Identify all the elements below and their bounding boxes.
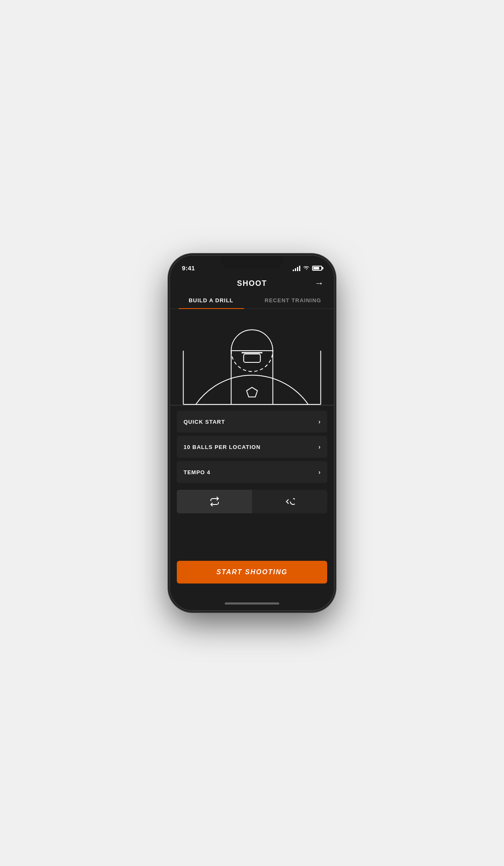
tempo-option[interactable]: TEMPO 4 › (177, 461, 327, 483)
home-bar (225, 602, 279, 605)
wifi-icon (303, 265, 310, 272)
tab-build-a-drill[interactable]: BUILD A DRILL (170, 292, 252, 309)
svg-rect-3 (231, 351, 273, 404)
battery-icon (312, 266, 322, 271)
phone-device: 9:41 SHOOT (170, 256, 334, 610)
undo-toggle[interactable] (252, 490, 327, 513)
options-list: QUICK START › 10 BALLS PER LOCATION › TE… (170, 411, 334, 486)
signal-icon (293, 266, 300, 271)
tempo-chevron: › (318, 469, 320, 475)
tabs-container: BUILD A DRILL RECENT TRAINING (170, 292, 334, 309)
svg-rect-5 (244, 354, 260, 362)
tempo-label: TEMPO 4 (184, 469, 210, 475)
status-icons (293, 265, 322, 272)
header-arrow-button[interactable]: → (315, 278, 324, 289)
quick-start-option[interactable]: QUICK START › (177, 411, 327, 433)
repeat-toggle[interactable] (177, 490, 252, 513)
spacer (170, 513, 334, 561)
start-shooting-button[interactable]: START SHOOTING (177, 561, 327, 583)
balls-per-location-chevron: › (318, 444, 320, 450)
quick-start-label: QUICK START (184, 419, 225, 425)
quick-start-chevron: › (318, 418, 320, 425)
undo-icon (285, 496, 295, 507)
header: SHOOT → (170, 274, 334, 292)
app-content: SHOOT → BUILD A DRILL RECENT TRAINING (170, 274, 334, 610)
balls-per-location-option[interactable]: 10 BALLS PER LOCATION › (177, 436, 327, 458)
court-area (170, 309, 334, 406)
home-indicator (170, 596, 334, 610)
header-title: SHOOT (237, 279, 267, 288)
repeat-icon (210, 496, 220, 507)
battery-fill (313, 267, 319, 269)
balls-per-location-label: 10 BALLS PER LOCATION (184, 444, 260, 450)
court-svg (170, 309, 334, 405)
toggle-row (177, 490, 327, 513)
svg-marker-6 (247, 387, 257, 397)
phone-screen: 9:41 SHOOT (170, 256, 334, 610)
tab-recent-training[interactable]: RECENT TRAINING (252, 292, 334, 309)
status-time: 9:41 (182, 264, 195, 272)
notch (220, 256, 284, 268)
